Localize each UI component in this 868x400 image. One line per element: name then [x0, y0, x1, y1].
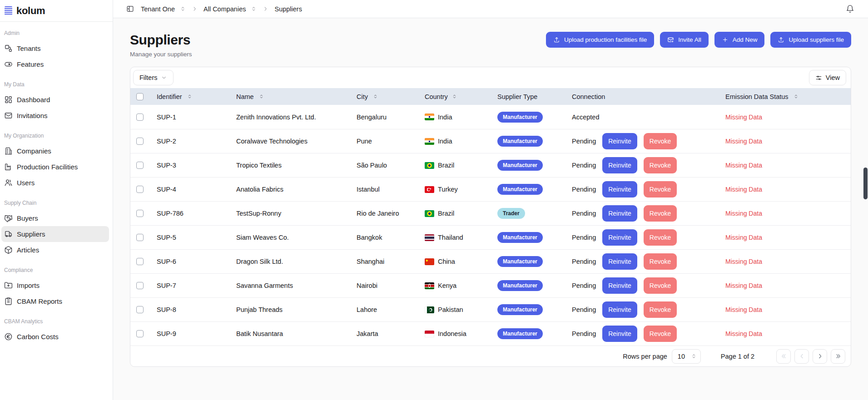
breadcrumb-current-page: Suppliers — [274, 5, 302, 13]
sidebar-item-suppliers[interactable]: Suppliers — [1, 226, 109, 242]
filters-button[interactable]: Filters — [133, 70, 174, 85]
sort-icon[interactable] — [372, 94, 378, 99]
upload-production-facilities-file-button[interactable]: Upload production facilities file — [546, 32, 654, 48]
sort-icon[interactable] — [451, 94, 457, 99]
page-title-block: Suppliers Manage your suppliers — [130, 32, 192, 58]
row-checkbox[interactable] — [136, 258, 144, 265]
column-header-name[interactable]: Name — [233, 88, 353, 105]
cell-supplier-type: Manufacturer — [494, 226, 568, 249]
cell-country: Indonesia — [421, 322, 494, 346]
row-checkbox[interactable] — [136, 330, 144, 337]
sort-icon[interactable] — [793, 94, 799, 99]
connection-status: Pending — [572, 210, 596, 217]
revoke-button[interactable]: Revoke — [644, 253, 677, 270]
chevrons-up-down-icon — [251, 6, 257, 12]
last-page-button[interactable] — [831, 349, 845, 364]
column-header-country[interactable]: Country — [421, 88, 494, 105]
reinvite-button[interactable]: Reinvite — [602, 157, 637, 173]
sidebar-item-users[interactable]: Users — [1, 175, 109, 191]
upload-suppliers-file-button[interactable]: Upload suppliers file — [770, 32, 851, 48]
row-checkbox[interactable] — [136, 234, 144, 241]
sidebar-item-buyers[interactable]: Buyers — [1, 210, 109, 226]
breadcrumb-tenant-label: Tenant One — [141, 5, 175, 13]
reinvite-button[interactable]: Reinvite — [602, 326, 637, 342]
reinvite-button[interactable]: Reinvite — [602, 301, 637, 318]
sidebar-item-features[interactable]: Features — [1, 56, 109, 72]
country-flag-in — [425, 114, 434, 120]
invite-all-button[interactable]: Invite All — [660, 32, 708, 48]
notifications-button[interactable] — [846, 5, 854, 13]
column-label: City — [357, 93, 368, 100]
sort-icon[interactable] — [258, 94, 264, 99]
sidebar-item-production-facilities[interactable]: Production Facilities — [1, 159, 109, 175]
revoke-button[interactable]: Revoke — [644, 205, 677, 222]
sidebar-item-tenants[interactable]: Tenants — [1, 40, 109, 56]
reinvite-button[interactable]: Reinvite — [602, 277, 637, 294]
revoke-button[interactable]: Revoke — [644, 133, 677, 149]
sidebar-item-imports[interactable]: Imports — [1, 277, 109, 293]
row-checkbox[interactable] — [136, 114, 144, 121]
row-checkbox[interactable] — [136, 138, 144, 145]
sidebar-item-invitations[interactable]: Invitations — [1, 108, 109, 123]
sidebar-item-dashboard[interactable]: Dashboard — [1, 92, 109, 108]
brand-header: kolum — [0, 0, 113, 22]
cell-identifier: SUP-5 — [152, 226, 233, 249]
kolum-logo-icon — [5, 6, 12, 15]
select-all-header — [130, 88, 152, 105]
select-all-checkbox[interactable] — [136, 93, 144, 100]
breadcrumb-tenant-selector[interactable]: Tenant One — [141, 5, 186, 13]
sidebar-item-articles[interactable]: Articles — [1, 242, 109, 258]
row-checkbox[interactable] — [136, 306, 144, 313]
sidebar-item-companies[interactable]: Companies — [1, 143, 109, 159]
reinvite-button[interactable]: Reinvite — [602, 133, 637, 149]
country-name: Brazil — [438, 162, 454, 169]
reinvite-button[interactable]: Reinvite — [602, 229, 637, 246]
connection-status: Pending — [572, 234, 596, 241]
cell-country: Turkey — [421, 178, 494, 201]
view-button[interactable]: View — [809, 70, 846, 85]
sort-icon[interactable] — [187, 94, 193, 99]
revoke-button[interactable]: Revoke — [644, 157, 677, 173]
country-flag-id — [425, 331, 434, 337]
revoke-button[interactable]: Revoke — [644, 229, 677, 246]
reinvite-button[interactable]: Reinvite — [602, 205, 637, 222]
table-row: SUP-8Punjab ThreadsLahorePakistanManufac… — [130, 297, 851, 321]
reinvite-button[interactable]: Reinvite — [602, 181, 637, 198]
sidebar-toggle-button[interactable] — [126, 5, 134, 13]
upload-icon — [553, 36, 560, 43]
cell-identifier: SUP-8 — [152, 298, 233, 321]
row-checkbox[interactable] — [136, 282, 144, 289]
revoke-button[interactable]: Revoke — [644, 301, 677, 318]
euro-icon — [4, 332, 13, 341]
breadcrumb-company-selector[interactable]: All Companies — [203, 5, 257, 13]
chevrons-up-down-icon — [180, 6, 186, 12]
column-header-emission-data-status[interactable]: Emission Data Status — [722, 88, 851, 105]
cell-name: Batik Nusantara — [233, 322, 353, 346]
chevron-down-icon — [161, 74, 167, 81]
revoke-button[interactable]: Revoke — [644, 277, 677, 294]
cell-identifier: SUP-7 — [152, 274, 233, 297]
country-flag-cn — [425, 258, 434, 265]
supplier-type-badge: Manufacturer — [497, 112, 543, 123]
scrollbar-thumb[interactable] — [863, 168, 868, 199]
emission-data-status: Missing Data — [725, 138, 762, 145]
prev-page-button[interactable] — [794, 349, 809, 364]
clipboard-icon — [4, 297, 13, 306]
table-row: SUP-3Tropico TextilesSão PauloBrazilManu… — [130, 153, 851, 177]
reinvite-button[interactable]: Reinvite — [602, 253, 637, 270]
row-checkbox[interactable] — [136, 210, 144, 217]
revoke-button[interactable]: Revoke — [644, 326, 677, 342]
add-new-button[interactable]: Add New — [714, 32, 765, 48]
table-footer: Rows per page 10 Page 1 of 2 — [130, 346, 851, 366]
column-header-identifier[interactable]: Identifier — [152, 88, 233, 105]
next-page-button[interactable] — [813, 349, 827, 364]
revoke-button[interactable]: Revoke — [644, 181, 677, 198]
row-checkbox[interactable] — [136, 162, 144, 169]
cell-name: Zenith Innovations Pvt. Ltd. — [233, 105, 353, 129]
row-checkbox[interactable] — [136, 186, 144, 193]
column-header-city[interactable]: City — [353, 88, 421, 105]
sidebar-item-carbon-costs[interactable]: Carbon Costs — [1, 329, 109, 345]
rows-per-page-select[interactable]: 10 — [672, 349, 701, 364]
sidebar-item-cbam-reports[interactable]: CBAM Reports — [1, 293, 109, 309]
first-page-button[interactable] — [776, 349, 791, 364]
